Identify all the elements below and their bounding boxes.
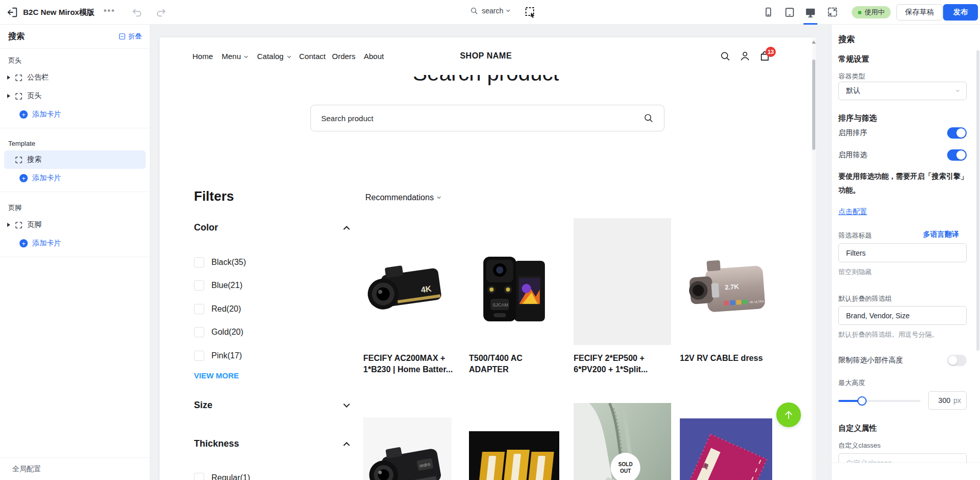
shop-navbar: Home Menu Catalog Contact Orders About S… — [160, 37, 812, 75]
product-image-camcorder-4k[interactable]: 4K — [363, 245, 452, 334]
settings-scrollbar-thumb[interactable] — [976, 50, 979, 351]
more-actions-icon[interactable]: ••• — [104, 6, 115, 15]
layers-header: 搜索 折叠 — [0, 25, 150, 49]
divider — [0, 257, 150, 257]
product-title[interactable]: FECIFY AC200MAX + 1*B230 | Home Batter..… — [363, 353, 466, 375]
filter-option-red[interactable]: Red(20) — [194, 304, 241, 314]
search-submit-icon[interactable] — [643, 113, 654, 123]
filter-group-label: Color — [194, 222, 218, 233]
shop-cart-icon[interactable]: 13 — [759, 50, 771, 62]
enable-filter-toggle[interactable] — [947, 149, 967, 161]
enable-sort-toggle[interactable] — [947, 127, 967, 139]
global-config-button[interactable]: 全局配置 — [0, 457, 150, 480]
filter-group-color[interactable]: Color — [194, 222, 349, 233]
filter-option-regular[interactable]: Regular(1) — [194, 473, 250, 480]
exit-editor-icon[interactable] — [7, 7, 18, 18]
product-image-camcorder-dark[interactable]: ordro — [363, 417, 452, 480]
product-image-action-cam[interactable]: SJCAM — [469, 245, 559, 334]
product-image-camcorder-27k[interactable]: 2.7K 4K ULTRA — [680, 245, 772, 334]
filter-option-pink[interactable]: Pink(17) — [194, 351, 242, 361]
click-to-configure-link[interactable]: 点击配置 — [838, 207, 867, 217]
component-box-icon — [15, 92, 23, 100]
filter-group-thickness[interactable]: Thickness — [194, 438, 349, 449]
editor-search[interactable]: search — [470, 7, 509, 15]
add-card-button-template[interactable]: + 添加卡片 — [0, 169, 150, 187]
product-image-placeholder[interactable] — [574, 218, 671, 345]
publish-button[interactable]: 发布 — [943, 4, 978, 21]
filter-option-black[interactable]: Black(35) — [194, 257, 246, 267]
add-card-button-header[interactable]: + 添加卡片 — [0, 105, 150, 124]
product-title[interactable]: 12V RV CABLE dress — [680, 353, 782, 364]
save-draft-button[interactable]: 保存草稿 — [896, 4, 943, 21]
svg-text:SJCAM: SJCAM — [493, 302, 508, 308]
checkbox[interactable] — [194, 351, 204, 361]
desktop-preview-icon[interactable] — [805, 7, 816, 18]
limit-height-toggle[interactable] — [947, 355, 967, 366]
scroll-up-arrow-icon[interactable] — [812, 41, 816, 44]
product-image-pink-book[interactable]: 鬼天齡 — [680, 418, 772, 480]
shop-preview-canvas[interactable]: Home Menu Catalog Contact Orders About S… — [160, 37, 812, 480]
filter-option-blue[interactable]: Blue(21) — [194, 280, 242, 291]
container-type-label: 容器类型 — [838, 72, 865, 81]
tree-item-label: 页头 — [27, 91, 42, 101]
section-label-header: 页头 — [0, 49, 150, 68]
filter-title-input[interactable] — [838, 243, 967, 262]
tree-item-footer[interactable]: 页脚 — [0, 216, 150, 234]
tree-item-header[interactable]: 页头 — [0, 87, 150, 105]
caret-right-icon[interactable] — [7, 223, 10, 227]
custom-attributes-heading: 自定义属性 — [838, 424, 877, 433]
tree-item-search-selected[interactable]: 搜索 — [4, 150, 146, 169]
plus-circle-icon: + — [19, 239, 28, 247]
general-settings-heading: 常规设置 — [838, 54, 869, 64]
filter-group-size[interactable]: Size — [194, 400, 349, 411]
product-title-line1: T500/T400 AC — [469, 353, 572, 364]
multilingual-translate-link[interactable]: 多语言翻译 — [923, 230, 959, 239]
recommendations-dropdown[interactable]: Recommendations — [365, 193, 440, 202]
scrollbar-thumb[interactable] — [812, 60, 815, 150]
mobile-preview-icon[interactable] — [763, 7, 774, 17]
container-type-select[interactable]: 默认 — [838, 82, 967, 100]
product-title[interactable]: FECIFY 2*EP500 + 6*PV200 + 1*Split... — [574, 353, 676, 375]
add-card-button-footer[interactable]: + 添加卡片 — [0, 234, 150, 253]
max-height-value-box[interactable]: 300 px — [928, 391, 967, 410]
collapsed-groups-input[interactable] — [838, 306, 967, 325]
tree-item-announcement-bar[interactable]: 公告栏 — [0, 68, 150, 87]
shop-search-icon[interactable] — [720, 51, 731, 62]
search-label: search — [482, 7, 503, 15]
fullscreen-icon[interactable] — [827, 7, 838, 17]
max-height-slider[interactable] — [838, 400, 920, 402]
preview-pane: Home Menu Catalog Contact Orders About S… — [150, 25, 831, 480]
filter-option-gold[interactable]: Gold(20) — [194, 327, 243, 337]
view-more-link[interactable]: VIEW MORE — [194, 371, 239, 380]
slider-thumb[interactable] — [857, 396, 867, 406]
marquee-select-icon[interactable] — [524, 6, 537, 18]
plus-circle-icon: + — [19, 110, 28, 119]
collapse-all-button[interactable]: 折叠 — [119, 32, 142, 41]
tree-item-label: 页脚 — [27, 220, 42, 229]
collapsed-groups-help: 默认折叠的筛选组。用逗号分隔。 — [838, 330, 938, 339]
component-box-icon — [15, 221, 23, 229]
component-box-icon — [15, 156, 23, 164]
checkbox[interactable] — [194, 280, 204, 291]
product-search-input[interactable] — [321, 114, 643, 123]
product-image-yellow-books[interactable] — [469, 431, 559, 480]
hero-title-clipped: Search product — [160, 75, 812, 92]
preview-scrollbar[interactable] — [812, 37, 816, 480]
checkbox[interactable] — [194, 327, 204, 337]
svg-text:2.7K: 2.7K — [724, 282, 739, 291]
collapse-label: 折叠 — [128, 32, 142, 41]
shop-account-icon[interactable] — [739, 50, 751, 62]
tablet-preview-icon[interactable] — [784, 7, 795, 18]
checkbox[interactable] — [194, 304, 204, 314]
redo-icon[interactable] — [155, 7, 167, 18]
custom-classes-input[interactable] — [838, 453, 967, 463]
scroll-to-top-button[interactable] — [776, 402, 801, 427]
checkbox[interactable] — [194, 257, 204, 267]
caret-right-icon[interactable] — [7, 75, 10, 80]
add-card-label: 添加卡片 — [32, 174, 61, 183]
product-title[interactable]: T500/T400 AC ADAPTER — [469, 353, 572, 375]
checkbox[interactable] — [194, 473, 204, 480]
undo-icon[interactable] — [131, 7, 143, 18]
add-card-label: 添加卡片 — [32, 110, 61, 119]
caret-right-icon[interactable] — [7, 94, 10, 98]
